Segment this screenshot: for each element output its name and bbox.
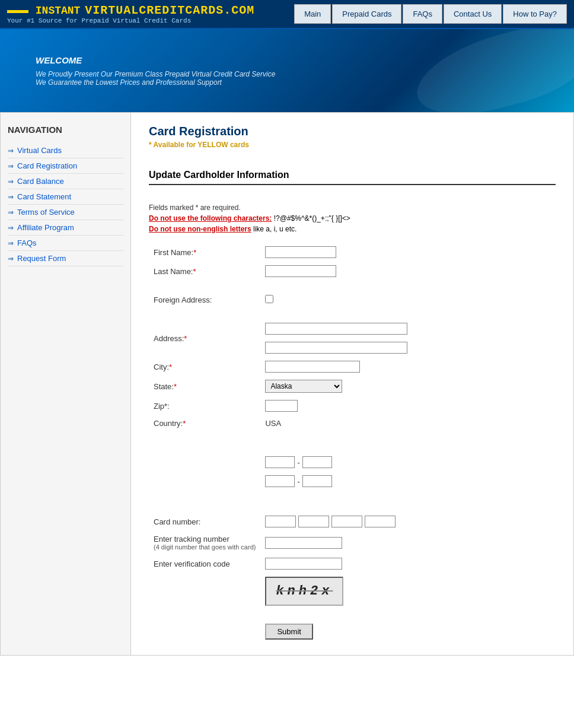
phone-row-2: - xyxy=(149,472,556,491)
content-area: Card Registration * Available for YELLOW… xyxy=(131,113,573,655)
last-name-input[interactable] xyxy=(265,265,336,277)
page-subtitle: * Available for YELLOW cards xyxy=(149,141,556,149)
sidebar-link-terms[interactable]: Terms of Service xyxy=(17,208,75,217)
state-row: State:* AlaskaAlabamaArizonaArkansasCali… xyxy=(149,376,556,396)
sidebar-item-terms[interactable]: ⇒ Terms of Service xyxy=(8,205,123,220)
card-num-4-input[interactable] xyxy=(365,516,396,527)
address-row-1: Address:* xyxy=(149,319,556,338)
phone-row-1: - xyxy=(149,453,556,472)
verification-input[interactable] xyxy=(265,558,342,570)
tracking-label: Enter tracking number (4 digit number th… xyxy=(149,531,260,554)
card-num-2-input[interactable] xyxy=(298,516,329,527)
card-number-inputs xyxy=(265,516,551,527)
banner: WELCOME We Proudly Present Our Premium C… xyxy=(0,29,574,112)
navigation: Main Prepaid Cards FAQs Contact Us How t… xyxy=(294,4,567,24)
submit-row: Submit xyxy=(149,620,556,643)
arrow-icon: ⇒ xyxy=(8,193,14,201)
sidebar-item-card-registration[interactable]: ⇒ Card Registration xyxy=(8,158,123,174)
sidebar-link-card-balance[interactable]: Card Balance xyxy=(17,177,64,186)
logo-subtitle: Your #1 Source for Prepaid Virtual Credi… xyxy=(7,17,254,24)
nav-faqs[interactable]: FAQs xyxy=(403,4,442,24)
logo-title: INSTANT VIRTUALCREDITCARDS.COM xyxy=(7,4,254,17)
country-row: Country:* USA xyxy=(149,415,556,431)
banner-welcome: WELCOME xyxy=(36,55,275,65)
nav-how-to-pay[interactable]: How to Pay? xyxy=(503,4,567,24)
last-name-label: Last Name:* xyxy=(149,262,260,281)
nav-contact-us[interactable]: Contact Us xyxy=(444,4,502,24)
banner-line1: We Proudly Present Our Premium Class Pre… xyxy=(36,70,275,78)
phone2b-input[interactable] xyxy=(302,475,332,487)
arrow-icon: ⇒ xyxy=(8,255,14,263)
first-name-input[interactable] xyxy=(265,246,336,258)
first-name-label: First Name:* xyxy=(149,243,260,262)
sidebar-item-request-form[interactable]: ⇒ Request Form xyxy=(8,251,123,266)
form-note-letters: Do not use non-english letters like a, i… xyxy=(149,225,556,233)
sidebar-link-faqs[interactable]: FAQs xyxy=(17,239,37,247)
country-value: USA xyxy=(265,419,281,428)
sidebar-item-faqs[interactable]: ⇒ FAQs xyxy=(8,236,123,251)
captcha-image: knh2x xyxy=(265,577,343,606)
foreign-address-row: Foreign Address: xyxy=(149,291,556,309)
donot-use-letters-label: Do not use non-english letters xyxy=(149,225,251,233)
sidebar-item-card-statement[interactable]: ⇒ Card Statement xyxy=(8,189,123,205)
sidebar-item-virtual-cards[interactable]: ⇒ Virtual Cards xyxy=(8,143,123,158)
form-note-chars: Do not use the following characters: !?@… xyxy=(149,214,556,222)
tracking-input[interactable] xyxy=(265,537,342,549)
sidebar-title: NAVIGATION xyxy=(8,125,123,135)
phone2a-input[interactable] xyxy=(265,475,295,487)
verification-label: Enter verification code xyxy=(149,554,260,573)
sidebar-item-affiliate[interactable]: ⇒ Affiliate Program xyxy=(8,220,123,236)
card-num-1-input[interactable] xyxy=(265,516,296,527)
sidebar-link-card-registration[interactable]: Card Registration xyxy=(17,161,77,170)
zip-input[interactable] xyxy=(265,400,298,412)
state-label: State:* xyxy=(149,376,260,396)
form-note-required: Fields marked * are required. xyxy=(149,204,556,212)
nav-main[interactable]: Main xyxy=(294,4,331,24)
arrow-icon: ⇒ xyxy=(8,239,14,247)
address1-input[interactable] xyxy=(265,323,407,335)
state-select[interactable]: AlaskaAlabamaArizonaArkansasCaliforniaCo… xyxy=(265,380,342,393)
registration-form: First Name:* Last Name:* Foreign Address… xyxy=(149,243,556,643)
phone1a-input[interactable] xyxy=(265,456,295,468)
address2-input[interactable] xyxy=(265,342,407,354)
city-label: City:* xyxy=(149,357,260,376)
sidebar: NAVIGATION ⇒ Virtual Cards ⇒ Card Regist… xyxy=(1,113,131,655)
phone-inputs-2: - xyxy=(265,475,551,487)
zip-row: Zip*: xyxy=(149,396,556,415)
arrow-icon: ⇒ xyxy=(8,177,14,186)
sidebar-item-card-balance[interactable]: ⇒ Card Balance xyxy=(8,174,123,189)
city-row: City:* xyxy=(149,357,556,376)
card-num-3-input[interactable] xyxy=(331,516,362,527)
zip-label: Zip*: xyxy=(149,396,260,415)
submit-button[interactable]: Submit xyxy=(265,624,312,640)
last-name-row: Last Name:* xyxy=(149,262,556,281)
banner-text: WELCOME We Proudly Present Our Premium C… xyxy=(36,55,275,87)
sidebar-link-request-form[interactable]: Request Form xyxy=(17,254,66,263)
captcha-row: knh2x xyxy=(149,573,556,609)
tracking-note: (4 digit number that goes with card) xyxy=(154,543,256,551)
header: INSTANT VIRTUALCREDITCARDS.COM Your #1 S… xyxy=(0,0,574,29)
card-number-row: Card number: xyxy=(149,512,556,531)
section-title: Update Cardholder Information xyxy=(149,170,556,185)
card-number-label: Card number: xyxy=(149,512,260,531)
donot-use-label: Do not use the following characters: xyxy=(149,214,272,222)
tracking-row: Enter tracking number (4 digit number th… xyxy=(149,531,556,554)
phone-inputs-1: - xyxy=(265,456,551,468)
main-layout: NAVIGATION ⇒ Virtual Cards ⇒ Card Regist… xyxy=(0,112,574,656)
arrow-icon: ⇒ xyxy=(8,224,14,232)
arrow-icon: ⇒ xyxy=(8,147,14,155)
sidebar-link-virtual-cards[interactable]: Virtual Cards xyxy=(17,146,62,155)
arrow-icon: ⇒ xyxy=(8,162,14,170)
first-name-row: First Name:* xyxy=(149,243,556,262)
sidebar-link-affiliate[interactable]: Affiliate Program xyxy=(17,223,74,232)
arrow-icon: ⇒ xyxy=(8,208,14,217)
sidebar-link-card-statement[interactable]: Card Statement xyxy=(17,192,71,201)
city-input[interactable] xyxy=(265,361,360,373)
foreign-address-checkbox[interactable] xyxy=(265,295,273,303)
phone1b-input[interactable] xyxy=(302,456,332,468)
logo-brand: VIRTUALCREDITCARDS.COM xyxy=(85,4,254,17)
logo-area: INSTANT VIRTUALCREDITCARDS.COM Your #1 S… xyxy=(7,4,254,24)
nav-prepaid-cards[interactable]: Prepaid Cards xyxy=(332,4,401,24)
foreign-address-label: Foreign Address: xyxy=(149,291,260,309)
page-title: Card Registration xyxy=(149,125,556,138)
